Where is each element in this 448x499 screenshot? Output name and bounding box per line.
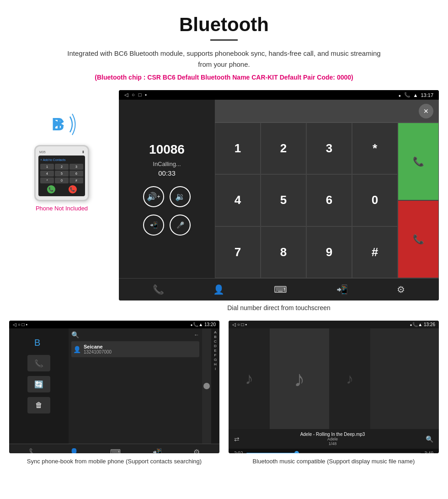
bt-icon-svg: B	[32, 336, 45, 349]
pb-search-row: 🔍 ←	[71, 331, 199, 338]
svg-text:B: B	[34, 338, 40, 348]
page-title: Bluetooth	[9, 14, 439, 36]
pb-contact-number: 13241007000	[84, 349, 112, 354]
dial-call-status: InCalling...	[153, 161, 181, 167]
alpha-h: H	[211, 362, 219, 366]
dial-clear-button[interactable]: ✕	[419, 104, 433, 118]
phone-key-1: 1	[40, 164, 54, 170]
pb-sidebar: B 📞 🔄 🗑	[9, 328, 69, 444]
keypad-area: 1 2 3 * 4 5 6 0 7 8 9 #	[215, 123, 439, 278]
pb-statusbar: ◁ ○ □ ▪ ⬥📞▲ 13:20	[9, 321, 219, 328]
dial-time: 13:17	[421, 92, 433, 98]
nav-dialpad-icon[interactable]: ⌨	[274, 284, 287, 295]
pb-nav-call[interactable]: 📞	[29, 448, 38, 453]
dial-controls-row1: 🔊+ 🔉	[143, 186, 191, 207]
music-time-total: 3:49	[425, 451, 433, 453]
mute-button[interactable]: 🎤	[170, 215, 191, 236]
key-7[interactable]: 7	[215, 226, 261, 278]
music-item: ◁ ○ □ ▪ ⬥📞▲ 13:26 ♪ ♪ ♪	[229, 321, 439, 466]
page-description: Integrated with BC6 Bluetooth module, su…	[64, 48, 384, 70]
location-icon: ⬥	[398, 92, 401, 98]
phone-key-2: 2	[55, 164, 69, 170]
key-9[interactable]: 9	[306, 226, 352, 278]
pb-nav-settings[interactable]: ⚙	[193, 448, 200, 453]
phone-key-4: 4	[40, 171, 54, 177]
music-search-icon[interactable]: 🔍	[426, 435, 433, 443]
key-2[interactable]: 2	[261, 123, 306, 174]
volume-down-button[interactable]: 🔉	[170, 186, 191, 207]
home-icon: ○	[132, 92, 135, 98]
music-note-right-icon: ♪	[346, 370, 353, 387]
music-progress-fill	[246, 453, 299, 453]
transfer-button[interactable]: 📲	[143, 215, 164, 236]
nav-settings-icon[interactable]: ⚙	[397, 284, 405, 295]
pb-contact-name: Seicane	[84, 344, 112, 349]
phone-not-included-label: Phone Not Included	[36, 205, 88, 212]
phone-screen: + Add to Contacts 1 2 3 4 5 6 * 0 # 📞	[38, 156, 85, 196]
dial-statusbar: ◁ ○ □ ▪ ⬥ 📞 ▲ 13:17	[119, 90, 439, 100]
music-screen: ◁ ○ □ ▪ ⬥📞▲ 13:26 ♪ ♪ ♪	[229, 321, 439, 453]
alpha-e: E	[211, 349, 219, 353]
end-call-button[interactable]: 📞	[398, 200, 439, 278]
volume-up-button[interactable]: 🔊+	[143, 186, 164, 207]
phonebook-caption: Sync phone-book from mobile phone (Suppo…	[9, 457, 219, 466]
pb-contact-row[interactable]: 👤 Seicane 13241007000	[71, 341, 199, 357]
phonebook-screen: ◁ ○ □ ▪ ⬥📞▲ 13:20 B 📞 🔄	[9, 321, 219, 453]
pb-refresh-btn[interactable]: 🔄	[27, 376, 50, 392]
key-star[interactable]: *	[352, 123, 398, 174]
music-art-right: ♪	[329, 328, 370, 429]
music-progress-dot	[294, 451, 299, 453]
shuffle-icon[interactable]: ⇄	[234, 435, 240, 443]
pb-nav-transfer[interactable]: 📲	[153, 448, 162, 453]
alpha-i: I	[211, 367, 219, 371]
title-divider	[210, 39, 238, 41]
pb-list-area: 🔍 ← 👤 Seicane 13241007000	[69, 328, 202, 444]
dial-main-area: 10086 InCalling... 00:33 🔊+ 🔉 📲 🎤	[119, 100, 439, 278]
phone-key-3: 3	[69, 164, 83, 170]
nav-transfer-icon[interactable]: 📲	[336, 284, 348, 295]
pb-main: B 📞 🔄 🗑 🔍 ←	[9, 328, 219, 444]
key-4[interactable]: 4	[215, 174, 261, 226]
phone-end-button: 📞	[69, 185, 77, 193]
phone-key-hash: #	[69, 177, 83, 183]
key-3[interactable]: 3	[306, 123, 352, 174]
key-6[interactable]: 6	[306, 174, 352, 226]
key-0[interactable]: 0	[352, 174, 398, 226]
key-5[interactable]: 5	[261, 174, 306, 226]
phone-status-bar: M35 ▮	[38, 150, 85, 154]
bluetooth-icon-container: ✱ B	[43, 108, 80, 140]
key-hash[interactable]: #	[352, 226, 398, 278]
music-art-left: ♪	[229, 328, 270, 429]
pb-nav-dialpad[interactable]: ⌨	[110, 448, 121, 453]
key-1[interactable]: 1	[215, 123, 261, 174]
dial-call-timer: 00:33	[158, 169, 176, 177]
nav-call-icon[interactable]: 📞	[153, 284, 164, 295]
phone-bottom-row: 📞 📞	[40, 185, 83, 193]
pb-status-right: ⬥📞▲ 13:20	[190, 322, 216, 327]
phone-key-6: 6	[69, 171, 83, 177]
pb-delete-btn[interactable]: 🗑	[27, 397, 50, 413]
dial-left-panel: 10086 InCalling... 00:33 🔊+ 🔉 📲 🎤	[119, 100, 215, 278]
pb-bluetooth-icon: B	[27, 334, 50, 350]
alpha-d: D	[211, 344, 219, 348]
music-time-current: 2:02	[234, 451, 243, 453]
music-note-left-icon: ♪	[245, 369, 253, 388]
pb-phone-btn[interactable]: 📞	[27, 355, 50, 371]
pb-scroll-dot	[203, 383, 210, 389]
key-8[interactable]: 8	[261, 226, 306, 278]
phone-call-button: 📞	[47, 185, 55, 193]
music-track-number: 1/48	[300, 441, 365, 446]
alpha-b: B	[211, 335, 219, 339]
pb-nav-contacts[interactable]: 👤	[69, 448, 79, 453]
phone-battery-icon: ▮	[82, 150, 84, 154]
music-statusbar: ◁ ○ □ ▪ ⬥📞▲ 13:26	[229, 321, 439, 328]
music-progress-track[interactable]	[246, 453, 421, 453]
dial-controls-row2: 📲 🎤	[143, 215, 191, 236]
bluetooth-symbol-icon: ✱	[53, 115, 65, 133]
music-title-block: Adele - Rolling In the Deep.mp3 Adele 1/…	[300, 432, 365, 446]
main-content: ✱ B M35 ▮ + Add to Contacts	[0, 86, 448, 466]
alpha-f: F	[211, 353, 219, 357]
call-button[interactable]: 📞	[398, 123, 439, 200]
call-end-buttons: 📞 📞	[398, 123, 439, 278]
nav-contacts-icon[interactable]: 👤	[213, 284, 224, 295]
